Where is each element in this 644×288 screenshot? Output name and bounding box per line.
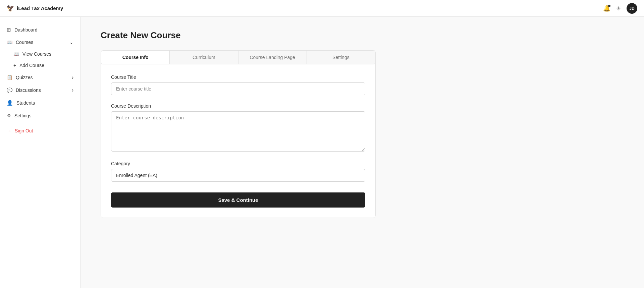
- course-description-input[interactable]: [111, 111, 365, 152]
- chevron-down-icon: [69, 40, 73, 45]
- avatar[interactable]: JD: [627, 3, 637, 14]
- courses-submenu: 📖 View Courses + Add Course: [0, 48, 80, 71]
- category-label: Category: [111, 161, 365, 166]
- layout: ⊞ Dashboard 📖 Courses 📖 View Courses + A…: [0, 17, 644, 288]
- course-description-label: Course Description: [111, 103, 365, 109]
- course-title-label: Course Title: [111, 74, 365, 80]
- tabs: Course Info Curriculum Course Landing Pa…: [101, 50, 375, 64]
- dashboard-icon: ⊞: [7, 27, 11, 33]
- view-courses-label: View Courses: [22, 51, 51, 57]
- save-continue-button[interactable]: Save & Continue: [111, 192, 365, 208]
- settings-label: Settings: [14, 113, 32, 118]
- chevron-right-icon-2: [72, 87, 73, 93]
- page-title: Create New Course: [101, 30, 624, 41]
- sidebar-item-add-course[interactable]: + Add Course: [3, 60, 80, 71]
- sign-out-button[interactable]: → Sign Out: [0, 125, 80, 137]
- sidebar: ⊞ Dashboard 📖 Courses 📖 View Courses + A…: [0, 17, 80, 288]
- course-title-input[interactable]: [111, 82, 365, 95]
- courses-label: Courses: [16, 40, 33, 45]
- main-content: Create New Course Course Info Curriculum…: [80, 17, 644, 288]
- sidebar-item-settings[interactable]: ⚙ Settings: [0, 109, 80, 122]
- tab-course-info[interactable]: Course Info: [101, 51, 170, 64]
- quizzes-label: Quizzes: [16, 75, 33, 80]
- sidebar-item-label: Dashboard: [14, 27, 38, 33]
- sidebar-item-courses[interactable]: 📖 Courses: [0, 36, 80, 48]
- sign-out-icon: →: [7, 128, 11, 133]
- chevron-right-icon: [72, 74, 73, 80]
- notification-button[interactable]: 🔔: [603, 5, 610, 12]
- topbar-right: 🔔 ☀ JD: [603, 3, 637, 14]
- category-group: Category Enrolled Agent (EA) CPA Tax Pre…: [111, 161, 365, 182]
- students-icon: 👤: [7, 100, 13, 106]
- course-title-group: Course Title: [111, 74, 365, 95]
- sidebar-item-dashboard[interactable]: ⊞ Dashboard: [0, 23, 80, 36]
- course-description-group: Course Description: [111, 103, 365, 153]
- sidebar-item-students[interactable]: 👤 Students: [0, 97, 80, 109]
- discussions-icon: 💬: [7, 88, 12, 93]
- settings-icon: ⚙: [7, 113, 11, 119]
- app-title: iLead Tax Academy: [17, 5, 63, 11]
- discussions-label: Discussions: [16, 88, 41, 93]
- app-logo: 🦅 iLead Tax Academy: [7, 5, 63, 12]
- students-label: Students: [16, 100, 35, 106]
- quizzes-icon: 📋: [7, 75, 12, 80]
- theme-toggle-button[interactable]: ☀: [616, 5, 621, 12]
- sidebar-item-quizzes[interactable]: 📋 Quizzes: [0, 71, 80, 84]
- sign-out-label: Sign Out: [15, 128, 33, 133]
- courses-icon: 📖: [7, 40, 12, 45]
- course-info-form: Course Title Course Description Category…: [101, 64, 375, 218]
- book-icon: 📖: [13, 51, 19, 57]
- course-form-container: Course Info Curriculum Course Landing Pa…: [101, 50, 376, 218]
- logo-icon: 🦅: [7, 5, 14, 12]
- tab-settings[interactable]: Settings: [307, 51, 375, 64]
- tab-course-landing-page[interactable]: Course Landing Page: [238, 51, 307, 64]
- topbar: 🦅 iLead Tax Academy 🔔 ☀ JD: [0, 0, 644, 17]
- add-course-label: Add Course: [19, 63, 44, 68]
- plus-icon: +: [13, 63, 16, 68]
- sidebar-item-view-courses[interactable]: 📖 View Courses: [3, 48, 80, 60]
- category-select[interactable]: Enrolled Agent (EA) CPA Tax Preparer Oth…: [111, 169, 365, 182]
- tab-curriculum[interactable]: Curriculum: [170, 51, 238, 64]
- notification-dot: [608, 5, 610, 7]
- sidebar-item-discussions[interactable]: 💬 Discussions: [0, 84, 80, 97]
